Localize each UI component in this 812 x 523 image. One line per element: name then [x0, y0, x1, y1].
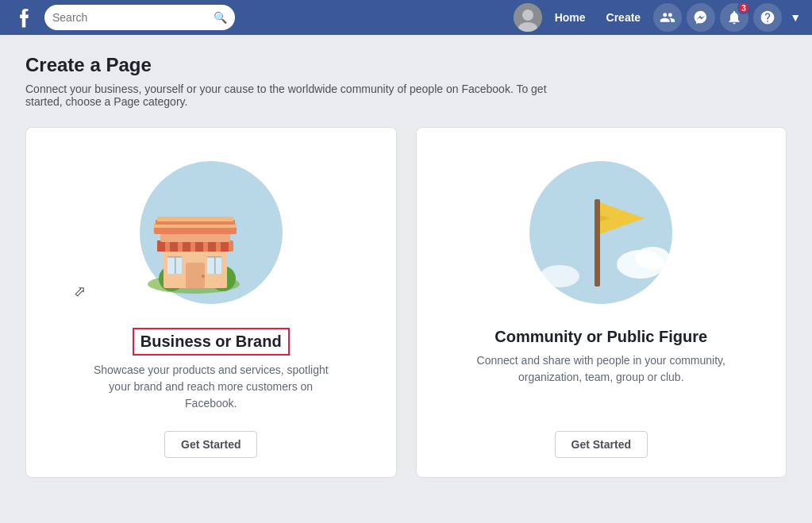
cards-row: ⬀	[25, 127, 787, 478]
svg-rect-20	[157, 240, 165, 252]
community-card: Community or Public Figure Connect and s…	[416, 127, 787, 478]
notifications-icon-btn[interactable]: 3	[720, 3, 749, 32]
business-card-title: Business or Brand	[133, 328, 290, 356]
create-nav-link[interactable]: Create	[598, 6, 649, 29]
svg-rect-13	[175, 256, 176, 274]
community-card-desc: Connect and share with people in your co…	[474, 352, 728, 386]
search-input[interactable]	[52, 11, 210, 24]
svg-rect-22	[183, 240, 190, 252]
messenger-icon-btn[interactable]	[687, 3, 715, 32]
facebook-logo[interactable]	[8, 2, 40, 33]
search-bar[interactable]: 🔍	[44, 5, 235, 30]
business-card-desc: Showcase your products and services, spo…	[84, 362, 338, 412]
community-get-started-button[interactable]: Get Started	[555, 431, 648, 458]
svg-rect-21	[170, 240, 178, 252]
page-subtitle: Connect your business, yourself or your …	[25, 83, 581, 108]
svg-rect-25	[221, 240, 229, 252]
page-title: Create a Page	[25, 54, 787, 76]
svg-rect-16	[214, 256, 216, 274]
svg-point-18	[202, 275, 205, 278]
help-icon-btn[interactable]	[753, 3, 782, 32]
svg-rect-30	[157, 217, 233, 221]
avatar[interactable]	[514, 3, 542, 32]
community-card-title: Community or Public Figure	[495, 328, 707, 346]
nav-right: Home Create 3 ▼	[514, 3, 804, 32]
search-icon: 🔍	[214, 11, 227, 24]
navbar: 🔍 Home Create 3 ▼	[0, 0, 812, 35]
notification-badge: 3	[737, 2, 750, 14]
svg-point-34	[540, 265, 579, 287]
business-brand-card: ⬀	[25, 127, 397, 478]
svg-point-2	[522, 10, 533, 21]
business-get-started-button[interactable]: Get Started	[164, 431, 257, 458]
community-illustration	[529, 153, 672, 312]
friends-icon-btn[interactable]	[653, 3, 682, 32]
main-content: Create a Page Connect your business, you…	[0, 35, 812, 497]
home-nav-link[interactable]: Home	[547, 6, 594, 29]
svg-rect-23	[195, 240, 203, 252]
business-illustration	[140, 153, 283, 312]
nav-dropdown-arrow[interactable]: ▼	[787, 11, 804, 24]
svg-rect-35	[595, 199, 600, 286]
svg-point-33	[635, 247, 670, 269]
mouse-cursor: ⬀	[74, 283, 86, 300]
svg-rect-24	[208, 240, 216, 252]
